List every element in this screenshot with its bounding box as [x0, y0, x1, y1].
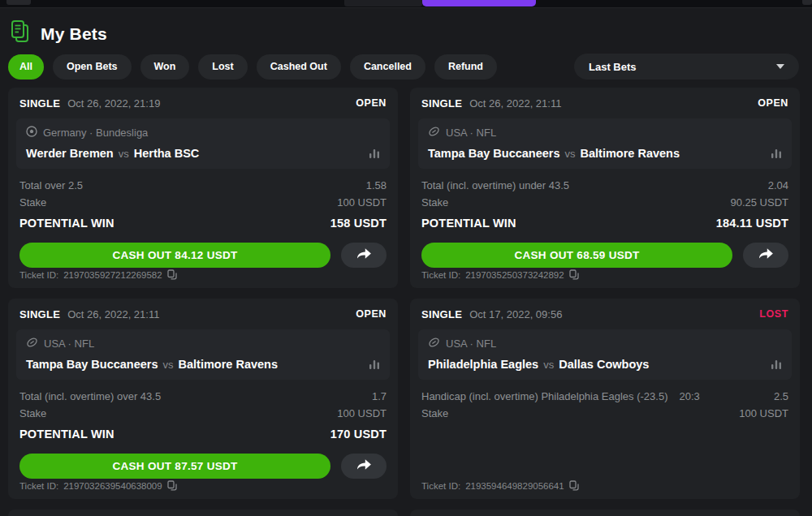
ticket-id-label: Ticket ID: — [421, 481, 460, 491]
sort-dropdown-value: Last Bets — [589, 61, 637, 73]
away-team: Baltimore Ravens — [581, 147, 680, 160]
bet-actions: CASH OUT 68.59 USDT — [421, 243, 788, 268]
nav-active-tab-fragment[interactable] — [422, 0, 536, 6]
bet-actions: CASH OUT 84.12 USDT — [19, 243, 387, 268]
bet-details: Total (incl. overtime) under 43.5 2.04 S… — [421, 177, 788, 232]
away-team: Dallas Cowboys — [559, 358, 649, 371]
share-arrow-icon — [355, 247, 373, 264]
bet-card: SINGLE Oct 26, 2022, 21:19 OPEN Germany … — [8, 88, 398, 288]
stake-label: Stake — [421, 405, 448, 422]
event-panel: USA · NFL Tampa Bay Buccaneers vs Baltim… — [418, 118, 792, 169]
stats-chart-icon[interactable] — [771, 359, 782, 369]
home-team: Werder Bremen — [26, 147, 114, 160]
ticket-row: Ticket ID: 2197032639540638009 — [19, 480, 387, 491]
cash-out-button[interactable]: CASH OUT 68.59 USDT — [421, 243, 732, 268]
vs-label: vs — [163, 359, 174, 371]
american-football-icon — [428, 126, 440, 140]
event-title-row: Philadelphia Eagles vs Dallas Cowboys — [428, 358, 782, 371]
home-team: Philadelphia Eagles — [428, 358, 538, 371]
market-row: Total over 2.5 1.58 — [19, 177, 387, 194]
filter-chip-all[interactable]: All — [8, 54, 44, 80]
odds-value: 1.58 — [366, 177, 387, 194]
vs-label: vs — [565, 148, 576, 160]
away-team: Hertha BSC — [134, 147, 200, 160]
ticket-id-label: Ticket ID: — [421, 270, 460, 280]
bet-details: Total (incl. overtime) over 43.5 1.7 Sta… — [19, 388, 387, 443]
bet-type: SINGLE — [19, 308, 60, 320]
event-league-row: USA · NFL — [26, 337, 380, 350]
share-button[interactable] — [341, 243, 387, 268]
odds-value: 2.5 — [774, 388, 788, 405]
stake-value: 100 USDT — [337, 405, 387, 422]
filter-bar: All Open Bets Won Lost Cashed Out Cancel… — [8, 54, 799, 80]
nav-fragment-left — [6, 0, 31, 5]
market-label: Total (incl. overtime) over 43.5 — [19, 388, 161, 405]
bet-card-header: SINGLE Oct 26, 2022, 21:11 OPEN — [19, 299, 387, 329]
market-row: Total (incl. overtime) under 43.5 2.04 — [421, 177, 788, 194]
ticket-row: Ticket ID: 2197035250373242892 — [421, 269, 788, 280]
stake-label: Stake — [19, 194, 46, 211]
market-label: Handicap (incl. overtime) Philadelphia E… — [421, 388, 667, 405]
filter-chip-refund[interactable]: Refund — [434, 54, 497, 80]
bet-card: SINGLE Oct 26, 2022, 21:11 OPEN USA · NF… — [410, 88, 800, 288]
filter-chip-lost[interactable]: Lost — [198, 54, 247, 80]
share-button[interactable] — [743, 243, 788, 268]
stake-row: Stake 100 USDT — [421, 405, 788, 422]
ticket-id-value: 2197035927212269582 — [63, 270, 162, 280]
stats-chart-icon[interactable] — [369, 148, 380, 158]
potential-win-value: 184.11 USDT — [716, 215, 788, 232]
status-badge: LOST — [759, 308, 788, 320]
event-title-row: Tampa Bay Buccaneers vs Baltimore Ravens — [26, 358, 380, 371]
market-label: Total over 2.5 — [19, 177, 83, 194]
copy-icon[interactable] — [167, 269, 177, 280]
bet-details: Handicap (incl. overtime) Philadelphia E… — [421, 388, 788, 422]
filter-chip-won[interactable]: Won — [140, 54, 190, 80]
american-football-icon — [428, 337, 440, 350]
cash-out-button[interactable]: CASH OUT 87.57 USDT — [19, 454, 330, 479]
potential-win-label: POTENTIAL WIN — [421, 215, 516, 232]
market-row: Total (incl. overtime) over 43.5 1.7 — [19, 388, 387, 405]
market-label: Total (incl. overtime) under 43.5 — [421, 177, 569, 194]
stats-chart-icon[interactable] — [771, 148, 782, 158]
bet-type: SINGLE — [421, 308, 462, 320]
bet-date: Oct 26, 2022, 21:19 — [67, 97, 160, 110]
ticket-row: Ticket ID: 2197035927212269582 — [19, 269, 387, 280]
potential-win-value: 158 USDT — [330, 215, 387, 232]
filter-chip-open-bets[interactable]: Open Bets — [53, 54, 132, 80]
away-team: Baltimore Ravens — [179, 358, 279, 371]
sort-dropdown[interactable]: Last Bets — [574, 54, 799, 80]
bet-type: SINGLE — [19, 97, 60, 110]
share-button[interactable] — [341, 454, 387, 479]
bet-actions: CASH OUT 87.57 USDT — [19, 454, 387, 479]
potential-win-row: POTENTIAL WIN 170 USDT — [19, 426, 387, 443]
cash-out-button[interactable]: CASH OUT 84.12 USDT — [19, 243, 330, 268]
event-panel: Germany · Bundesliga Werder Bremen vs He… — [16, 118, 390, 169]
odds-value: 1.7 — [372, 388, 387, 405]
stats-chart-icon[interactable] — [369, 359, 380, 369]
stake-label: Stake — [421, 194, 448, 211]
my-bets-icon — [10, 19, 32, 48]
vs-label: vs — [543, 359, 554, 371]
stake-value: 100 USDT — [739, 405, 788, 422]
copy-icon[interactable] — [569, 269, 579, 280]
copy-icon[interactable] — [167, 480, 177, 491]
stake-label: Stake — [19, 405, 46, 422]
event-league: USA · NFL — [446, 127, 496, 139]
american-football-icon — [26, 337, 38, 350]
potential-win-value: 170 USDT — [330, 426, 387, 443]
filter-chip-cashed-out[interactable]: Cashed Out — [257, 54, 341, 80]
home-team: Tampa Bay Buccaneers — [26, 358, 158, 371]
event-title-row: Tampa Bay Buccaneers vs Baltimore Ravens — [428, 147, 782, 160]
event-panel: USA · NFL Tampa Bay Buccaneers vs Baltim… — [16, 329, 390, 380]
share-arrow-icon — [757, 247, 775, 264]
nav-fragment-right — [802, 0, 812, 5]
top-navigation-strip — [0, 0, 812, 8]
ticket-id-value: 2197032639540638009 — [63, 481, 162, 491]
odds-value: 2.04 — [768, 177, 788, 194]
ticket-id-value: 2197035250373242892 — [465, 270, 564, 280]
bet-card: SINGLE Oct 17, 2022, 09:56 LOST USA · NF… — [410, 299, 800, 499]
event-league-row: USA · NFL — [428, 126, 782, 140]
copy-icon[interactable] — [569, 480, 579, 491]
filter-chip-cancelled[interactable]: Cancelled — [350, 54, 425, 80]
bet-details: Total over 2.5 1.58 Stake 100 USDT POTEN… — [19, 177, 387, 232]
